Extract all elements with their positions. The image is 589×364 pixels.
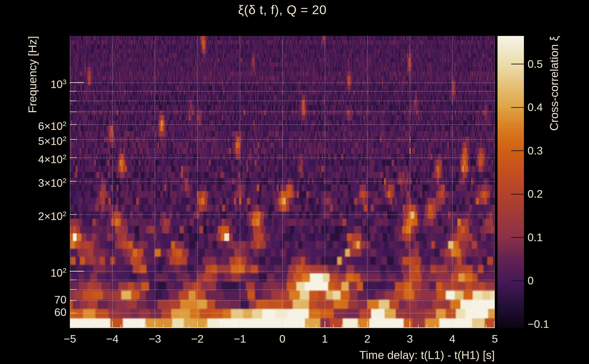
x-tick-label: −4 [94, 333, 131, 345]
colorbar-tick [511, 194, 524, 195]
y-tick-label: 4×102 [38, 151, 66, 163]
colorbar-label: Cross-correlation ξ [548, 36, 561, 187]
colorbar-tick [511, 280, 524, 281]
y-tick-label: 3×102 [38, 175, 66, 187]
colorbar-tick [511, 64, 524, 64]
colorbar-tick-label: 0.3 [528, 145, 543, 157]
x-tick-label: −3 [137, 333, 173, 345]
colorbar-tick-label: 0.4 [528, 101, 543, 114]
x-tick-label: 0 [264, 333, 301, 345]
colorbar-tick [511, 324, 524, 325]
x-tick-label: 4 [434, 333, 471, 345]
y-tick-label: 2×102 [38, 208, 66, 220]
x-tick-label: 1 [307, 333, 343, 345]
colorbar-gradient [497, 36, 524, 328]
figure-root: ξ(δ t, f), Q = 20 Frequency [Hz] Time de… [0, 0, 589, 364]
chart-title: ξ(δ t, f), Q = 20 [70, 2, 495, 17]
colorbar-tick-label: 0 [528, 275, 534, 287]
colorbar-tick-label: 0.2 [528, 188, 543, 200]
x-tick-label: 3 [392, 333, 428, 345]
x-tick-label: −5 [52, 333, 88, 345]
y-tick-label: 5×102 [38, 133, 66, 145]
y-tick-label: 103 [51, 76, 66, 88]
heatmap-canvas [70, 36, 495, 328]
colorbar-tick [511, 150, 524, 151]
x-tick-label: −1 [222, 333, 258, 345]
y-tick-label: 70 [54, 294, 66, 306]
y-tick-label: 6×102 [38, 118, 66, 130]
colorbar-tick-label: −0.1 [528, 318, 549, 330]
colorbar-tick-label: 0.1 [528, 231, 543, 244]
colorbar-tick [511, 107, 524, 108]
x-axis-label: Time delay: t(L1) - t(H1) [s] [70, 349, 495, 362]
y-tick-label: 102 [51, 264, 66, 277]
x-tick-label: 5 [477, 333, 513, 345]
x-tick-label: 2 [349, 333, 386, 345]
y-axis-label: Frequency [Hz] [26, 36, 39, 173]
colorbar-tick [511, 237, 524, 238]
x-tick-label: −2 [179, 333, 216, 345]
y-tick-label: 60 [54, 306, 66, 318]
colorbar-tick-label: 0.5 [528, 58, 543, 70]
